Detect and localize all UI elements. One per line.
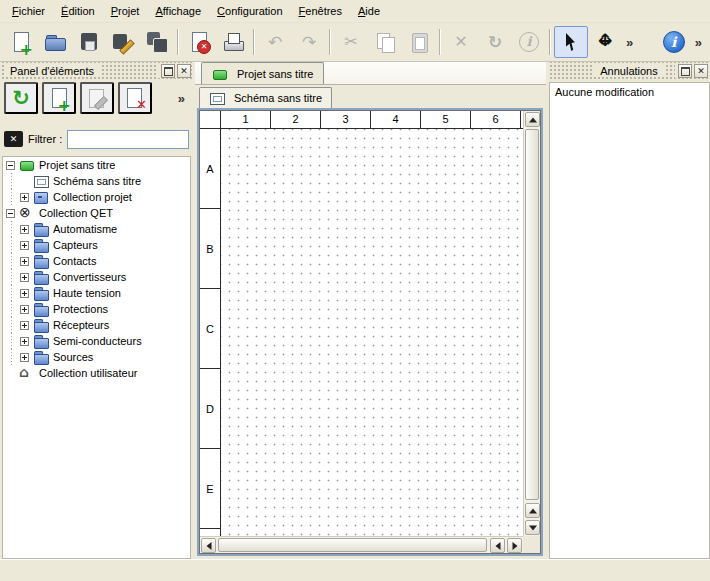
- elements-panel-title: Panel d'éléments: [4, 65, 100, 77]
- expand-icon[interactable]: [20, 321, 29, 330]
- expand-icon[interactable]: [20, 305, 29, 314]
- tree-item-label: Projet sans titre: [39, 159, 115, 171]
- column-header: 5: [421, 111, 471, 128]
- close-icon[interactable]: [177, 64, 191, 78]
- scroll-up-button[interactable]: [525, 112, 540, 127]
- tree-item-collection-utilisateur[interactable]: Collection utilisateur: [3, 365, 190, 381]
- menu-aide[interactable]: Aide: [350, 2, 388, 20]
- float-icon[interactable]: [161, 64, 175, 78]
- diagram-canvas[interactable]: [221, 129, 523, 536]
- new-element-button[interactable]: [42, 82, 76, 114]
- tree-item-projet-sans-titre[interactable]: Projet sans titre: [3, 157, 190, 173]
- edit-element-button: [80, 82, 114, 114]
- select-mode-button[interactable]: [554, 26, 588, 58]
- tree-item-label: Schéma sans titre: [53, 175, 141, 187]
- row-header: C: [200, 289, 220, 369]
- tree-item-protections[interactable]: Protections: [3, 301, 190, 317]
- expand-icon[interactable]: [20, 273, 29, 282]
- scroll-left-button[interactable]: [201, 538, 216, 553]
- tree-item-sources[interactable]: Sources: [3, 349, 190, 365]
- close-icon[interactable]: [694, 64, 708, 78]
- print-button[interactable]: [216, 26, 250, 58]
- folder-icon: [33, 287, 49, 299]
- info-icon: [517, 30, 541, 54]
- paste-button: [402, 26, 436, 58]
- reload-collections-button[interactable]: [4, 82, 38, 114]
- undo-dock-titlebar[interactable]: Annulations: [548, 62, 710, 80]
- save-button[interactable]: [72, 26, 106, 58]
- float-icon[interactable]: [678, 64, 692, 78]
- menu-configuration[interactable]: Configuration: [209, 2, 290, 20]
- tree-item-automatisme[interactable]: Automatisme: [3, 221, 190, 237]
- collapse-icon[interactable]: [6, 209, 15, 218]
- tree-item-label: Collection QET: [39, 207, 113, 219]
- horizontal-scrollbar[interactable]: [200, 536, 523, 553]
- expand-icon[interactable]: [20, 257, 29, 266]
- tree-item-contacts[interactable]: Contacts: [3, 253, 190, 269]
- delete-element-button[interactable]: [118, 82, 152, 114]
- tree-item-collection-qet[interactable]: Collection QET: [3, 205, 190, 221]
- tab-projet-sans-titre[interactable]: Projet sans titre: [201, 62, 324, 84]
- filter-input[interactable]: [67, 130, 189, 149]
- edit-element-icon: [85, 86, 109, 110]
- scroll-left-button-2[interactable]: [490, 538, 505, 553]
- copy-button: [368, 26, 402, 58]
- menu-affichage[interactable]: Affichage: [147, 2, 209, 20]
- pan-mode-button[interactable]: [588, 26, 622, 58]
- about-qet-button[interactable]: [657, 26, 691, 58]
- cut-icon: [339, 30, 363, 54]
- menu-fenetres[interactable]: Fenêtres: [291, 2, 350, 20]
- row-header: D: [200, 369, 220, 449]
- clear-filter-icon[interactable]: [4, 131, 23, 147]
- menu-fichier[interactable]: Fichier: [4, 2, 53, 20]
- tree-item-schema-sans-titre[interactable]: Schéma sans titre: [3, 173, 190, 189]
- tree-item-recepteurs[interactable]: Récepteurs: [3, 317, 190, 333]
- row-headers: A B C D E: [200, 129, 221, 536]
- tree-item-collection-projet[interactable]: Collection projet: [3, 189, 190, 205]
- tree-item-semi-conducteurs[interactable]: Semi-conducteurs: [3, 333, 190, 349]
- row-header: E: [200, 449, 220, 529]
- new-document-button[interactable]: [4, 26, 38, 58]
- vertical-scrollbar[interactable]: [523, 111, 540, 536]
- close-file-button[interactable]: [182, 26, 216, 58]
- expand-icon[interactable]: [20, 225, 29, 234]
- expand-icon[interactable]: [20, 193, 29, 202]
- elements-panel-dock: Panel d'éléments » Filtrer : Projet sans…: [0, 62, 193, 559]
- print-icon: [221, 30, 245, 54]
- menu-projet[interactable]: Projet: [103, 2, 148, 20]
- tab-schema-sans-titre[interactable]: Schéma sans titre: [199, 87, 332, 108]
- tree-item-haute-tension[interactable]: Haute tension: [3, 285, 190, 301]
- scroll-up-button-2[interactable]: [525, 503, 540, 518]
- toolbar-overflow-chevron-2[interactable]: »: [691, 35, 706, 50]
- folder-icon: [33, 239, 49, 251]
- expand-icon[interactable]: [20, 353, 29, 362]
- expand-icon[interactable]: [20, 241, 29, 250]
- save-icon: [77, 30, 101, 54]
- elements-panel-titlebar[interactable]: Panel d'éléments: [0, 62, 193, 80]
- qet-collection-icon: [19, 207, 35, 219]
- undo-empty-state: Aucune modification: [550, 83, 709, 101]
- column-header: 6: [471, 111, 521, 128]
- menu-edition[interactable]: Édition: [53, 2, 103, 20]
- expand-icon[interactable]: [20, 337, 29, 346]
- properties-button: [512, 26, 546, 58]
- panel-toolbar-overflow-chevron[interactable]: »: [174, 91, 189, 106]
- diagram-icon: [33, 175, 49, 187]
- save-as-button[interactable]: [106, 26, 140, 58]
- column-header: 4: [371, 111, 421, 128]
- toolbar-overflow-chevron[interactable]: »: [622, 35, 637, 50]
- tree-item-label: Collection projet: [53, 191, 132, 203]
- tree-item-capteurs[interactable]: Capteurs: [3, 237, 190, 253]
- scroll-right-button[interactable]: [507, 538, 522, 553]
- row-header: B: [200, 209, 220, 289]
- tree-item-convertisseurs[interactable]: Convertisseurs: [3, 269, 190, 285]
- undo-history-list[interactable]: Aucune modification: [549, 82, 710, 559]
- scroll-down-button[interactable]: [525, 520, 540, 535]
- vertical-scroll-thumb[interactable]: [525, 129, 539, 500]
- collapse-icon[interactable]: [6, 161, 15, 170]
- column-headers: 1 2 3 4 5 6: [221, 111, 523, 129]
- open-project-button[interactable]: [38, 26, 72, 58]
- expand-icon[interactable]: [20, 289, 29, 298]
- horizontal-scroll-thumb[interactable]: [218, 538, 487, 552]
- save-all-button[interactable]: [140, 26, 174, 58]
